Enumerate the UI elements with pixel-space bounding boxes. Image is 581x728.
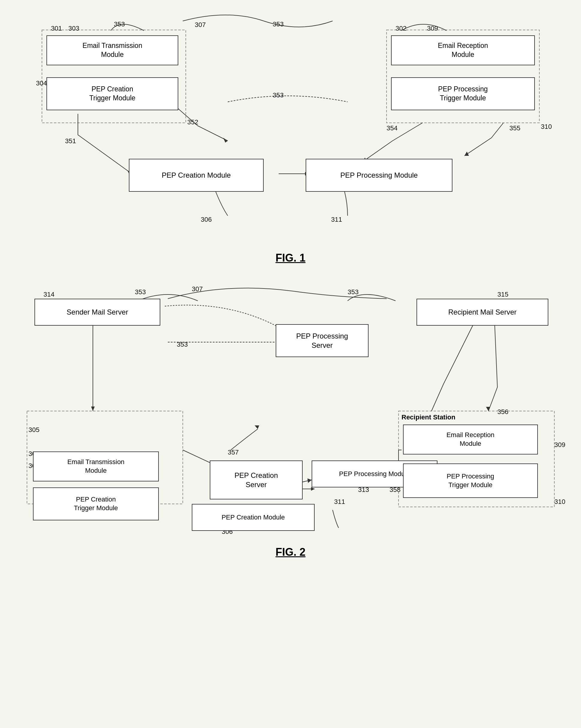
page-container: 301 303 302 309 304 307 353 353 353 351 … bbox=[0, 0, 581, 589]
svg-marker-17 bbox=[311, 487, 314, 491]
svg-marker-23 bbox=[307, 478, 312, 483]
figure-2: 314 307 315 353 353 353 303 304 305 357 … bbox=[18, 282, 563, 558]
pep-creation-trigger-label: PEP Creation Trigger Module bbox=[89, 85, 135, 103]
email-reception-module-box: Email Reception Module bbox=[391, 35, 535, 65]
recipient-station-label-area: Recipient Station bbox=[402, 413, 455, 421]
svg-marker-3 bbox=[223, 138, 228, 142]
ref-306: 306 bbox=[201, 216, 212, 224]
ref-310: 310 bbox=[541, 123, 552, 131]
sender-mail-server-box: Sender Mail Server bbox=[34, 299, 160, 326]
svg-marker-12 bbox=[91, 407, 95, 411]
pep-creation-trigger2-label: PEP Creation Trigger Module bbox=[74, 495, 118, 512]
pep-processing-trigger-label: PEP Processing Trigger Module bbox=[438, 85, 488, 103]
pep-processing-trigger-box: PEP Processing Trigger Module bbox=[391, 77, 535, 110]
ref2-356: 356 bbox=[498, 408, 508, 416]
ref-307: 307 bbox=[195, 21, 206, 29]
sender-mail-server-label: Sender Mail Server bbox=[67, 307, 128, 317]
pep-creation-server-box: PEP Creation Server bbox=[210, 461, 303, 499]
pep-creation-trigger2-box: PEP Creation Trigger Module bbox=[33, 488, 159, 520]
pep-processing-module-box: PEP Processing Module bbox=[306, 159, 452, 192]
pep-creation-trigger-box: PEP Creation Trigger Module bbox=[46, 77, 178, 110]
svg-marker-15 bbox=[255, 425, 259, 429]
fig2-diagram: 314 307 315 353 353 353 303 304 305 357 … bbox=[18, 282, 563, 540]
ref2-310: 310 bbox=[554, 498, 565, 506]
email-reception-label: Email Reception Module bbox=[438, 41, 488, 59]
email-transmission2-box: Email Transmission Module bbox=[33, 451, 159, 482]
recipient-station-text: Recipient Station bbox=[402, 413, 455, 421]
ref-353b: 353 bbox=[273, 20, 284, 28]
ref2-309: 309 bbox=[554, 441, 565, 449]
ref2-353c: 353 bbox=[177, 341, 188, 348]
ref-309: 309 bbox=[427, 25, 438, 32]
pep-processing-server-label: PEP Processing Server bbox=[296, 331, 348, 350]
ref2-315: 315 bbox=[498, 291, 508, 298]
pep-processing-module2-label: PEP Processing Module bbox=[339, 470, 410, 478]
ref2-353b: 353 bbox=[348, 288, 359, 296]
pep-creation-module2-label: PEP Creation Module bbox=[222, 513, 285, 522]
pep-creation-module-box: PEP Creation Module bbox=[129, 159, 264, 192]
email-transmission-label: Email Transmission Module bbox=[82, 41, 142, 59]
pep-processing-server-box: PEP Processing Server bbox=[276, 324, 369, 357]
pep-creation-module-label: PEP Creation Module bbox=[162, 171, 231, 180]
ref-302: 302 bbox=[396, 25, 407, 32]
ref-355: 355 bbox=[509, 124, 521, 132]
ref-353c: 353 bbox=[273, 92, 284, 99]
ref2-311: 311 bbox=[334, 498, 345, 506]
email-transmission-module-box: Email Transmission Module bbox=[46, 35, 178, 65]
ref-303: 303 bbox=[68, 25, 79, 32]
pep-creation-module2-box: PEP Creation Module bbox=[192, 504, 314, 531]
ref2-314: 314 bbox=[44, 291, 54, 298]
pep-processing-trigger2-box: PEP Processing Trigger Module bbox=[403, 464, 538, 498]
email-reception2-box: Email Reception Module bbox=[403, 424, 538, 454]
ref-352: 352 bbox=[187, 118, 198, 126]
fig2-label: FIG. 2 bbox=[18, 546, 563, 558]
ref2-357: 357 bbox=[228, 448, 239, 456]
ref2-353a: 353 bbox=[135, 288, 146, 296]
ref2-305: 305 bbox=[28, 426, 40, 434]
ref-351: 351 bbox=[65, 137, 76, 145]
fig1-label: FIG. 1 bbox=[18, 252, 563, 264]
svg-marker-19 bbox=[486, 407, 490, 411]
fig1-diagram: 301 303 302 309 304 307 353 353 353 351 … bbox=[18, 12, 563, 246]
pep-processing-module-label: PEP Processing Module bbox=[340, 171, 418, 180]
ref-304: 304 bbox=[36, 79, 47, 87]
ref-353a: 353 bbox=[114, 20, 125, 28]
recipient-mail-server-label: Recipient Mail Server bbox=[448, 307, 516, 317]
pep-processing-trigger2-label: PEP Processing Trigger Module bbox=[447, 472, 495, 489]
ref-301: 301 bbox=[51, 25, 62, 32]
ref-354: 354 bbox=[386, 124, 398, 132]
svg-marker-7 bbox=[464, 152, 469, 156]
email-reception2-label: Email Reception Module bbox=[447, 431, 495, 448]
ref2-307: 307 bbox=[192, 285, 203, 293]
email-transmission2-label: Email Transmission Module bbox=[68, 458, 125, 475]
figure-1: 301 303 302 309 304 307 353 353 353 351 … bbox=[18, 12, 563, 264]
ref-311: 311 bbox=[331, 216, 342, 224]
recipient-mail-server-box: Recipient Mail Server bbox=[416, 299, 548, 326]
pep-creation-server-label: PEP Creation Server bbox=[235, 471, 278, 489]
